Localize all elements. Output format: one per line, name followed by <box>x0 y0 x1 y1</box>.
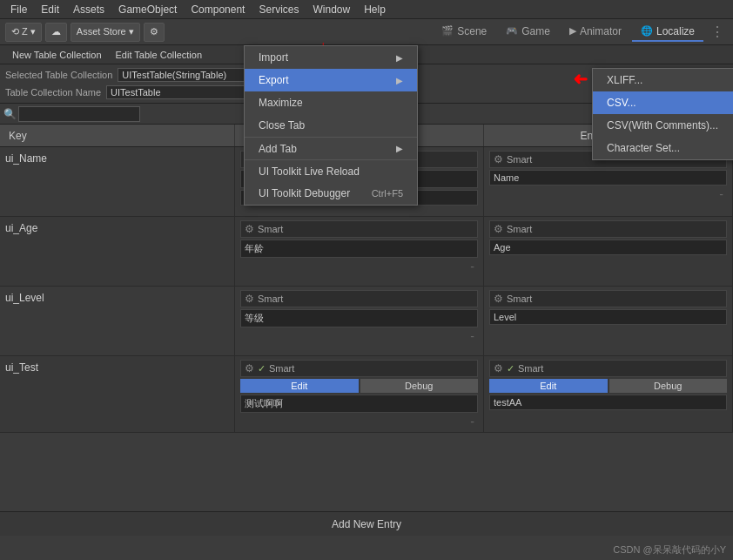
cell-dash: - <box>240 415 478 428</box>
cell-col2-ui-test: ⚙ ✓ Smart Edit Debug testAA <box>484 356 733 432</box>
gear-icon[interactable]: ⚙ <box>494 362 503 374</box>
menu-close-tab[interactable]: Close Tab <box>245 114 417 137</box>
debugger-shortcut: Ctrl+F5 <box>372 188 403 199</box>
gear-icon[interactable]: ⚙ <box>245 362 254 374</box>
cloud-btn[interactable]: ☁ <box>45 23 67 42</box>
cell-text-value[interactable]: Name <box>489 170 727 186</box>
cell-text-value[interactable]: 等级 <box>240 309 478 327</box>
smart-label: Smart <box>258 293 283 304</box>
gear-icon[interactable]: ⚙ <box>245 223 254 235</box>
menu-bar: File Edit Assets GameObject Component Se… <box>0 0 733 19</box>
export-label: Export <box>259 74 289 86</box>
edit-debug-row: Edit Debug <box>240 379 478 393</box>
menu-assets[interactable]: Assets <box>66 2 111 17</box>
close-tab-label: Close Tab <box>259 119 305 132</box>
debugger-label: UI Toolkit Debugger <box>259 187 350 199</box>
menu-export[interactable]: Export ▶ <box>245 69 417 91</box>
cell-key-ui-age: ui_Age <box>0 217 235 286</box>
table-row: ui_Test ⚙ ✓ Smart Edit Debug 测试啊啊 - ⚙ ✓ <box>0 356 733 433</box>
menu-import[interactable]: Import ▶ <box>245 46 417 69</box>
menu-live-reload[interactable]: UI Toolkit Live Reload <box>245 159 417 182</box>
cell-dash: - <box>489 187 727 201</box>
smart-row: ⚙ Smart <box>240 220 478 238</box>
selected-table-label: Selected Table Collection <box>5 70 112 80</box>
export-submenu: XLIFF... CSV... CSV(With Comments)... Ch… <box>592 68 733 160</box>
tab-scene[interactable]: 🎬 Scene <box>433 23 495 42</box>
export-xliff[interactable]: XLIFF... <box>593 69 733 91</box>
smart-label: Smart <box>258 224 283 234</box>
character-set-label: Character Set... <box>607 142 680 154</box>
debug-button[interactable]: Debug <box>609 379 728 393</box>
import-label: Import <box>259 51 288 64</box>
submenu-arrow-icon: ▶ <box>396 144 403 153</box>
gear-icon[interactable]: ⚙ <box>494 223 503 235</box>
check-icon: ✓ <box>507 363 514 374</box>
tab-localize[interactable]: 🌐 Localize <box>632 23 703 42</box>
edit-button[interactable]: Edit <box>489 379 608 393</box>
new-table-collection-btn[interactable]: New Table Collection <box>5 45 109 64</box>
menu-help[interactable]: Help <box>357 2 393 17</box>
column-key-header: Key <box>0 125 235 146</box>
edit-table-collection-btn[interactable]: Edit Table Collection <box>109 45 209 64</box>
context-menu-level1: Import ▶ Export ▶ Maximize Close Tab Add… <box>244 45 418 206</box>
search-icon: 🔍 <box>3 108 17 120</box>
context-menu-overlay: Import ▶ Export ▶ Maximize Close Tab Add… <box>244 45 418 206</box>
cell-text-value[interactable]: 年龄 <box>240 240 478 258</box>
cell-text-value[interactable]: Level <box>489 309 727 325</box>
table-name-value[interactable]: UITestTable <box>106 85 263 99</box>
menu-file[interactable]: File <box>3 2 34 17</box>
undo-redo-btn[interactable]: ⟲ Z ▾ <box>5 23 42 42</box>
export-csv[interactable]: CSV... <box>593 91 733 114</box>
add-new-entry-button[interactable]: Add New Entry <box>332 518 401 530</box>
cell-key-ui-level: ui_Level <box>0 287 235 355</box>
animator-icon: ▶ <box>569 25 576 37</box>
menu-maximize[interactable]: Maximize <box>245 91 417 114</box>
menu-component[interactable]: Component <box>184 2 252 17</box>
smart-label: Smart <box>518 363 543 374</box>
cell-col1-ui-level: ⚙ Smart 等级 - <box>235 287 484 355</box>
menu-edit[interactable]: Edit <box>34 2 66 17</box>
more-options-icon[interactable]: ⋮ <box>707 24 728 40</box>
live-reload-label: UI Toolkit Live Reload <box>259 165 360 178</box>
tab-game[interactable]: 🎮 Game <box>497 23 559 42</box>
asset-store-btn[interactable]: Asset Store ▾ <box>71 23 140 42</box>
table-row: ui_Age ⚙ Smart 年龄 - ⚙ Smart Age <box>0 217 733 287</box>
localize-icon: 🌐 <box>641 25 653 37</box>
cell-key-ui-name: ui_Name <box>0 147 235 216</box>
key-label: ui_Test <box>5 360 229 375</box>
menu-debugger[interactable]: UI Toolkit Debugger Ctrl+F5 <box>245 182 417 205</box>
xliff-label: XLIFF... <box>607 74 642 86</box>
smart-row-checked: ⚙ ✓ Smart <box>489 360 727 377</box>
cell-text-value[interactable]: 测试啊啊 <box>240 395 478 413</box>
gear-icon[interactable]: ⚙ <box>494 153 503 165</box>
check-icon: ✓ <box>258 363 266 374</box>
debug-button[interactable]: Debug <box>360 379 479 393</box>
game-icon: 🎮 <box>506 25 518 37</box>
menu-services[interactable]: Services <box>252 2 306 17</box>
edit-debug-row: Edit Debug <box>489 379 727 393</box>
smart-row: ⚙ Smart <box>240 290 478 307</box>
cell-text-value[interactable]: testAA <box>489 395 727 410</box>
export-character-set[interactable]: Character Set... <box>593 137 733 159</box>
export-csv-comments[interactable]: CSV(With Comments)... <box>593 114 733 137</box>
edit-button[interactable]: Edit <box>240 379 359 393</box>
watermark: CSDN @呆呆敲代码的小Y <box>613 543 726 557</box>
gear-icon[interactable]: ⚙ <box>245 293 254 305</box>
cell-text-value[interactable]: Age <box>489 240 727 255</box>
csv-comments-label: CSV(With Comments)... <box>607 119 718 132</box>
smart-row: ⚙ Smart <box>489 220 727 238</box>
menu-window[interactable]: Window <box>306 2 357 17</box>
key-label: ui_Level <box>5 290 229 306</box>
tab-animator[interactable]: ▶ Animator <box>561 23 630 42</box>
settings-btn[interactable]: ⚙ <box>144 23 165 42</box>
search-input[interactable] <box>18 106 140 122</box>
smart-label: Smart <box>507 224 532 234</box>
menu-gameobject[interactable]: GameObject <box>111 2 184 17</box>
menu-add-tab[interactable]: Add Tab ▶ <box>245 137 417 159</box>
gear-icon[interactable]: ⚙ <box>494 293 503 305</box>
maximize-label: Maximize <box>259 97 303 109</box>
add-tab-label: Add Tab <box>259 143 297 155</box>
table-name-label: Table Collection Name <box>5 87 101 98</box>
smart-row-checked: ⚙ ✓ Smart <box>240 360 478 377</box>
red-arrow-csv: ➜ <box>573 70 588 91</box>
